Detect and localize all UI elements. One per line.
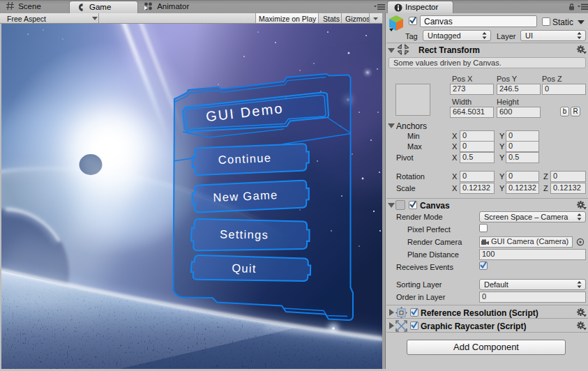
- svg-text:Settings: Settings: [220, 228, 269, 241]
- svg-text:Continue: Continue: [218, 151, 271, 166]
- svg-text:Quit: Quit: [232, 262, 257, 275]
